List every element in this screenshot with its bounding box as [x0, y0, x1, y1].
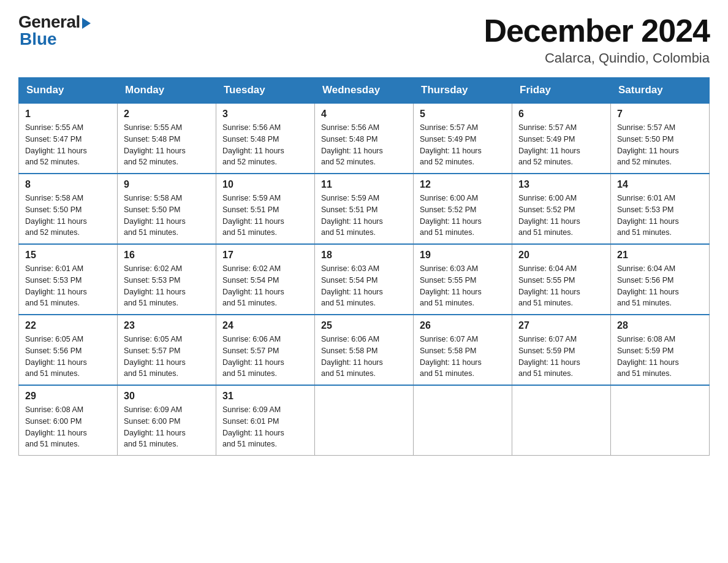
day-info: Sunrise: 5:59 AM Sunset: 5:51 PM Dayligh…: [321, 193, 407, 239]
day-info: Sunrise: 6:04 AM Sunset: 5:56 PM Dayligh…: [617, 263, 703, 309]
header-wednesday: Wednesday: [315, 78, 414, 104]
day-info: Sunrise: 6:01 AM Sunset: 5:53 PM Dayligh…: [25, 263, 111, 309]
day-info: Sunrise: 6:00 AM Sunset: 5:52 PM Dayligh…: [420, 193, 506, 239]
day-info: Sunrise: 5:57 AM Sunset: 5:49 PM Dayligh…: [518, 122, 604, 168]
calendar-cell: 26 Sunrise: 6:07 AM Sunset: 5:58 PM Dayl…: [414, 315, 512, 385]
calendar-cell: 7 Sunrise: 5:57 AM Sunset: 5:50 PM Dayli…: [611, 103, 710, 174]
calendar-cell: 14 Sunrise: 6:01 AM Sunset: 5:53 PM Dayl…: [611, 174, 710, 244]
week-row-4: 22 Sunrise: 6:05 AM Sunset: 5:56 PM Dayl…: [19, 315, 710, 385]
day-info: Sunrise: 6:02 AM Sunset: 5:53 PM Dayligh…: [124, 263, 210, 309]
logo-blue-text: Blue: [18, 29, 57, 49]
day-number: 6: [518, 109, 604, 120]
day-info: Sunrise: 6:03 AM Sunset: 5:54 PM Dayligh…: [321, 263, 407, 309]
calendar-cell: [315, 385, 414, 456]
calendar-cell: 28 Sunrise: 6:08 AM Sunset: 5:59 PM Dayl…: [611, 315, 710, 385]
calendar-table: SundayMondayTuesdayWednesdayThursdayFrid…: [18, 77, 710, 456]
day-info: Sunrise: 5:58 AM Sunset: 5:50 PM Dayligh…: [124, 193, 210, 239]
day-number: 2: [124, 109, 210, 120]
calendar-cell: 5 Sunrise: 5:57 AM Sunset: 5:49 PM Dayli…: [414, 103, 512, 174]
calendar-cell: 3 Sunrise: 5:56 AM Sunset: 5:48 PM Dayli…: [216, 103, 315, 174]
day-info: Sunrise: 5:57 AM Sunset: 5:50 PM Dayligh…: [617, 122, 703, 168]
day-info: Sunrise: 6:02 AM Sunset: 5:54 PM Dayligh…: [222, 263, 308, 309]
day-number: 21: [617, 250, 703, 261]
day-info: Sunrise: 6:08 AM Sunset: 6:00 PM Dayligh…: [25, 404, 111, 450]
day-info: Sunrise: 5:55 AM Sunset: 5:48 PM Dayligh…: [124, 122, 210, 168]
day-info: Sunrise: 5:56 AM Sunset: 5:48 PM Dayligh…: [321, 122, 407, 168]
day-number: 28: [617, 320, 703, 331]
day-info: Sunrise: 6:08 AM Sunset: 5:59 PM Dayligh…: [617, 334, 703, 380]
day-info: Sunrise: 6:03 AM Sunset: 5:55 PM Dayligh…: [420, 263, 506, 309]
day-info: Sunrise: 6:01 AM Sunset: 5:53 PM Dayligh…: [617, 193, 703, 239]
calendar-cell: 4 Sunrise: 5:56 AM Sunset: 5:48 PM Dayli…: [315, 103, 414, 174]
header-thursday: Thursday: [414, 78, 512, 104]
calendar-cell: 16 Sunrise: 6:02 AM Sunset: 5:53 PM Dayl…: [118, 244, 216, 315]
calendar-cell: 2 Sunrise: 5:55 AM Sunset: 5:48 PM Dayli…: [118, 103, 216, 174]
day-info: Sunrise: 6:07 AM Sunset: 5:58 PM Dayligh…: [420, 334, 506, 380]
calendar-cell: 20 Sunrise: 6:04 AM Sunset: 5:55 PM Dayl…: [512, 244, 611, 315]
calendar-cell: 30 Sunrise: 6:09 AM Sunset: 6:00 PM Dayl…: [118, 385, 216, 456]
logo: General Blue: [18, 12, 91, 49]
day-number: 24: [222, 320, 308, 331]
day-info: Sunrise: 5:55 AM Sunset: 5:47 PM Dayligh…: [25, 122, 111, 168]
day-number: 14: [617, 179, 703, 190]
day-number: 7: [617, 109, 703, 120]
week-row-1: 1 Sunrise: 5:55 AM Sunset: 5:47 PM Dayli…: [19, 103, 710, 174]
day-info: Sunrise: 5:59 AM Sunset: 5:51 PM Dayligh…: [222, 193, 308, 239]
day-info: Sunrise: 6:06 AM Sunset: 5:58 PM Dayligh…: [321, 334, 407, 380]
calendar-cell: 31 Sunrise: 6:09 AM Sunset: 6:01 PM Dayl…: [216, 385, 315, 456]
day-number: 17: [222, 250, 308, 261]
day-number: 1: [25, 109, 111, 120]
calendar-cell: 17 Sunrise: 6:02 AM Sunset: 5:54 PM Dayl…: [216, 244, 315, 315]
header-sunday: Sunday: [19, 78, 118, 104]
day-number: 19: [420, 250, 506, 261]
day-info: Sunrise: 6:00 AM Sunset: 5:52 PM Dayligh…: [518, 193, 604, 239]
day-number: 3: [222, 109, 308, 120]
day-number: 23: [124, 320, 210, 331]
calendar-cell: 27 Sunrise: 6:07 AM Sunset: 5:59 PM Dayl…: [512, 315, 611, 385]
day-number: 15: [25, 250, 111, 261]
calendar-cell: 6 Sunrise: 5:57 AM Sunset: 5:49 PM Dayli…: [512, 103, 611, 174]
day-number: 22: [25, 320, 111, 331]
day-info: Sunrise: 6:06 AM Sunset: 5:57 PM Dayligh…: [222, 334, 308, 380]
week-row-5: 29 Sunrise: 6:08 AM Sunset: 6:00 PM Dayl…: [19, 385, 710, 456]
day-info: Sunrise: 6:04 AM Sunset: 5:55 PM Dayligh…: [518, 263, 604, 309]
day-info: Sunrise: 6:05 AM Sunset: 5:56 PM Dayligh…: [25, 334, 111, 380]
week-row-3: 15 Sunrise: 6:01 AM Sunset: 5:53 PM Dayl…: [19, 244, 710, 315]
calendar-header-row: SundayMondayTuesdayWednesdayThursdayFrid…: [19, 78, 710, 104]
day-number: 27: [518, 320, 604, 331]
day-number: 11: [321, 179, 407, 190]
week-row-2: 8 Sunrise: 5:58 AM Sunset: 5:50 PM Dayli…: [19, 174, 710, 244]
day-number: 16: [124, 250, 210, 261]
day-info: Sunrise: 6:09 AM Sunset: 6:01 PM Dayligh…: [222, 404, 308, 450]
day-number: 26: [420, 320, 506, 331]
calendar-cell: 19 Sunrise: 6:03 AM Sunset: 5:55 PM Dayl…: [414, 244, 512, 315]
day-info: Sunrise: 6:07 AM Sunset: 5:59 PM Dayligh…: [518, 334, 604, 380]
calendar-cell: 10 Sunrise: 5:59 AM Sunset: 5:51 PM Dayl…: [216, 174, 315, 244]
day-info: Sunrise: 5:56 AM Sunset: 5:48 PM Dayligh…: [222, 122, 308, 168]
day-info: Sunrise: 5:57 AM Sunset: 5:49 PM Dayligh…: [420, 122, 506, 168]
logo-arrow-icon: [82, 18, 91, 29]
location-title: Calarca, Quindio, Colombia: [483, 50, 710, 66]
calendar-cell: [611, 385, 710, 456]
calendar-cell: 1 Sunrise: 5:55 AM Sunset: 5:47 PM Dayli…: [19, 103, 118, 174]
day-number: 31: [222, 391, 308, 402]
day-info: Sunrise: 6:05 AM Sunset: 5:57 PM Dayligh…: [124, 334, 210, 380]
header-monday: Monday: [118, 78, 216, 104]
page-header: General Blue December 2024 Calarca, Quin…: [18, 12, 710, 66]
calendar-cell: 11 Sunrise: 5:59 AM Sunset: 5:51 PM Dayl…: [315, 174, 414, 244]
day-number: 5: [420, 109, 506, 120]
calendar-cell: 13 Sunrise: 6:00 AM Sunset: 5:52 PM Dayl…: [512, 174, 611, 244]
day-number: 18: [321, 250, 407, 261]
title-block: December 2024 Calarca, Quindio, Colombia: [483, 12, 710, 66]
calendar-cell: 24 Sunrise: 6:06 AM Sunset: 5:57 PM Dayl…: [216, 315, 315, 385]
day-number: 10: [222, 179, 308, 190]
month-title: December 2024: [483, 12, 710, 49]
calendar-cell: [414, 385, 512, 456]
day-number: 20: [518, 250, 604, 261]
calendar-cell: 18 Sunrise: 6:03 AM Sunset: 5:54 PM Dayl…: [315, 244, 414, 315]
calendar-cell: 8 Sunrise: 5:58 AM Sunset: 5:50 PM Dayli…: [19, 174, 118, 244]
header-saturday: Saturday: [611, 78, 710, 104]
calendar-cell: [512, 385, 611, 456]
header-friday: Friday: [512, 78, 611, 104]
header-tuesday: Tuesday: [216, 78, 315, 104]
